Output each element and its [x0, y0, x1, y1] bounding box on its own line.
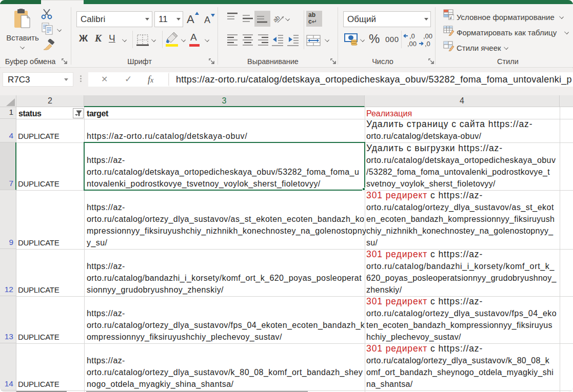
svg-text:≠: ≠: [450, 15, 452, 20]
svg-text:,00: ,00: [423, 33, 432, 40]
svg-text:,00: ,00: [407, 40, 417, 48]
svg-text:,0: ,0: [409, 33, 415, 40]
svg-text:,0: ,0: [425, 40, 430, 48]
